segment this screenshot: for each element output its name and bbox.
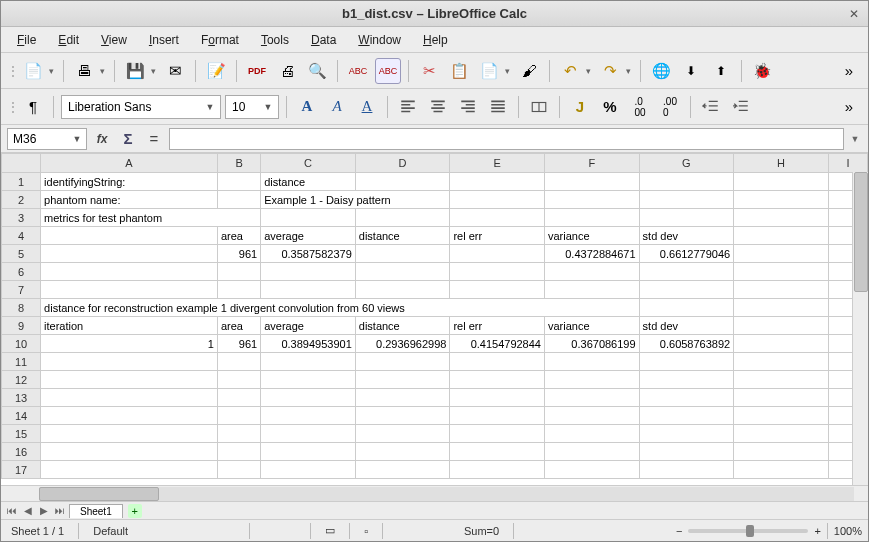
column-header[interactable]: D <box>355 154 450 173</box>
cell[interactable]: 0.4154792844 <box>450 335 545 353</box>
cell[interactable] <box>734 299 829 317</box>
cell[interactable] <box>450 173 545 191</box>
cell[interactable] <box>261 263 356 281</box>
column-header[interactable]: A <box>41 154 218 173</box>
cell[interactable] <box>217 461 260 479</box>
cell[interactable] <box>355 425 450 443</box>
cell[interactable] <box>734 209 829 227</box>
cell[interactable] <box>355 173 450 191</box>
spellcheck-button[interactable]: ABC <box>345 58 371 84</box>
cell[interactable]: area <box>217 317 260 335</box>
cell[interactable]: average <box>261 227 356 245</box>
status-signature-icon[interactable]: ▭ <box>321 524 339 537</box>
cell[interactable]: 961 <box>217 335 260 353</box>
scrollbar-thumb[interactable] <box>854 172 868 292</box>
cell[interactable]: phantom name: <box>41 191 218 209</box>
cell[interactable] <box>41 353 218 371</box>
print-direct-button[interactable]: 🖨 <box>274 58 300 84</box>
row-header[interactable]: 5 <box>2 245 41 263</box>
cell[interactable]: variance <box>544 317 639 335</box>
column-header[interactable]: I <box>828 154 867 173</box>
redo-button[interactable]: ↷ <box>597 58 623 84</box>
zoom-in-button[interactable]: + <box>814 525 820 537</box>
status-sum[interactable]: Sum=0 <box>393 525 503 537</box>
column-header[interactable]: C <box>261 154 356 173</box>
cell[interactable] <box>261 461 356 479</box>
row-header[interactable]: 12 <box>2 371 41 389</box>
toolbar-handle-2[interactable]: ⋮ <box>7 95 16 119</box>
slider-knob[interactable] <box>746 525 754 537</box>
cell[interactable] <box>639 425 734 443</box>
name-box[interactable]: M36 ▼ <box>7 128 87 150</box>
print-button[interactable]: 🖶 <box>71 58 97 84</box>
copy-button[interactable]: 📋 <box>446 58 472 84</box>
cell[interactable] <box>41 425 218 443</box>
zoom-slider[interactable] <box>688 529 808 533</box>
column-header[interactable]: E <box>450 154 545 173</box>
cell[interactable] <box>355 245 450 263</box>
cell[interactable]: area <box>217 227 260 245</box>
cell[interactable] <box>450 461 545 479</box>
bold-button[interactable]: A <box>294 94 320 120</box>
row-header[interactable]: 7 <box>2 281 41 299</box>
cell[interactable] <box>734 245 829 263</box>
remove-decimal-button[interactable]: .000 <box>657 94 683 120</box>
cell[interactable]: 0.6058763892 <box>639 335 734 353</box>
cell[interactable]: 961 <box>217 245 260 263</box>
chart-button[interactable]: 🐞 <box>749 58 775 84</box>
cell[interactable] <box>639 263 734 281</box>
menu-window[interactable]: Window <box>348 30 411 50</box>
email-button[interactable]: ✉ <box>162 58 188 84</box>
new-dropdown[interactable]: ▾ <box>46 58 56 84</box>
cell[interactable] <box>261 389 356 407</box>
cell[interactable] <box>355 281 450 299</box>
cell[interactable] <box>544 425 639 443</box>
cell[interactable] <box>217 191 260 209</box>
cell[interactable] <box>217 389 260 407</box>
cell[interactable] <box>639 281 734 299</box>
cell[interactable] <box>355 389 450 407</box>
cell[interactable] <box>355 371 450 389</box>
cell[interactable] <box>734 335 829 353</box>
undo-dropdown[interactable]: ▾ <box>583 58 593 84</box>
cell[interactable] <box>639 443 734 461</box>
cell[interactable] <box>355 353 450 371</box>
horizontal-scrollbar[interactable] <box>1 485 868 501</box>
align-right-button[interactable] <box>455 94 481 120</box>
merge-cells-button[interactable] <box>526 94 552 120</box>
cell[interactable] <box>355 209 450 227</box>
font-name-select[interactable]: Liberation Sans ▼ <box>61 95 221 119</box>
cell[interactable] <box>734 425 829 443</box>
add-decimal-button[interactable]: .000 <box>627 94 653 120</box>
cell[interactable]: rel err <box>450 227 545 245</box>
underline-button[interactable]: A <box>354 94 380 120</box>
sort-asc-button[interactable]: ⬇ <box>678 58 704 84</box>
cell[interactable] <box>217 173 260 191</box>
cell[interactable]: std dev <box>639 227 734 245</box>
cell[interactable] <box>544 353 639 371</box>
cell[interactable]: identifyingString: <box>41 173 218 191</box>
cut-button[interactable]: ✂ <box>416 58 442 84</box>
cell[interactable] <box>450 443 545 461</box>
cell[interactable] <box>639 407 734 425</box>
cell[interactable] <box>261 407 356 425</box>
cell[interactable] <box>639 191 734 209</box>
align-left-button[interactable] <box>395 94 421 120</box>
cell[interactable] <box>41 443 218 461</box>
toolbar-more[interactable]: » <box>836 58 862 84</box>
row-header[interactable]: 1 <box>2 173 41 191</box>
cell[interactable] <box>639 461 734 479</box>
cell[interactable] <box>217 281 260 299</box>
cell[interactable]: rel err <box>450 317 545 335</box>
styles-button[interactable]: ¶ <box>20 94 46 120</box>
currency-button[interactable]: J <box>567 94 593 120</box>
row-header[interactable]: 8 <box>2 299 41 317</box>
redo-dropdown[interactable]: ▾ <box>623 58 633 84</box>
cell[interactable] <box>261 209 356 227</box>
row-header[interactable]: 3 <box>2 209 41 227</box>
cell[interactable] <box>734 227 829 245</box>
cell[interactable]: distance <box>355 227 450 245</box>
cell[interactable] <box>355 443 450 461</box>
add-sheet-button[interactable]: + <box>128 504 142 518</box>
vertical-scrollbar[interactable] <box>852 172 868 485</box>
